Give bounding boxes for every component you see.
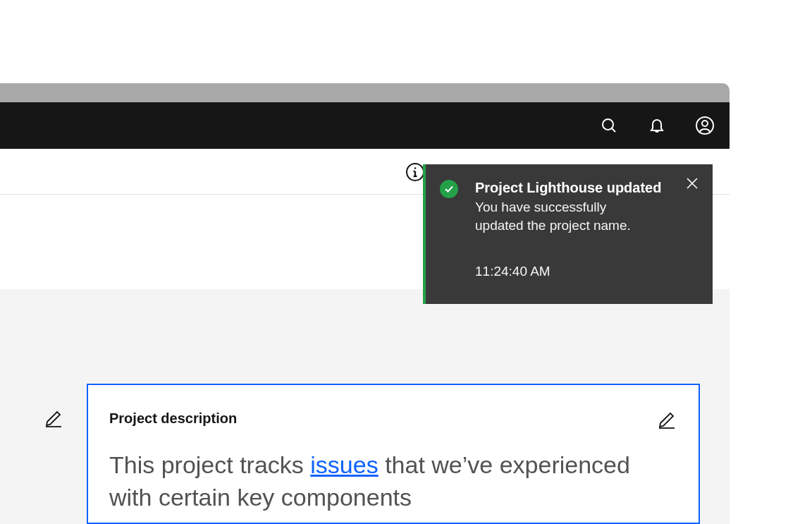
project-description-text: This project tracks issues that we’ve ex… bbox=[109, 449, 677, 514]
notifications-icon[interactable] bbox=[648, 116, 666, 135]
svg-line-1 bbox=[612, 128, 615, 132]
user-avatar-icon[interactable] bbox=[696, 116, 714, 135]
toast-message: You have successfully updated the projec… bbox=[475, 198, 658, 234]
search-icon[interactable] bbox=[600, 116, 618, 135]
edit-description-button[interactable] bbox=[658, 410, 676, 429]
toast-title: Project Lighthouse updated bbox=[475, 178, 699, 197]
top-navbar bbox=[0, 102, 730, 149]
edit-icon-left[interactable] bbox=[44, 409, 63, 427]
svg-point-0 bbox=[603, 119, 613, 130]
toast-notification: Project Lighthouse updated You have succ… bbox=[423, 164, 713, 304]
project-description-card[interactable]: Project description This project tracks … bbox=[87, 384, 700, 524]
success-check-icon bbox=[440, 180, 458, 198]
issues-link[interactable]: issues bbox=[310, 451, 378, 478]
svg-point-3 bbox=[702, 121, 708, 126]
info-icon[interactable] bbox=[406, 163, 424, 181]
toast-timestamp: 11:24:40 AM bbox=[475, 264, 699, 279]
window-chrome-strip bbox=[0, 83, 730, 102]
description-text-pre: This project tracks bbox=[109, 451, 310, 478]
project-description-label: Project description bbox=[109, 410, 677, 427]
svg-point-8 bbox=[414, 167, 417, 169]
toast-close-button[interactable] bbox=[686, 177, 699, 193]
